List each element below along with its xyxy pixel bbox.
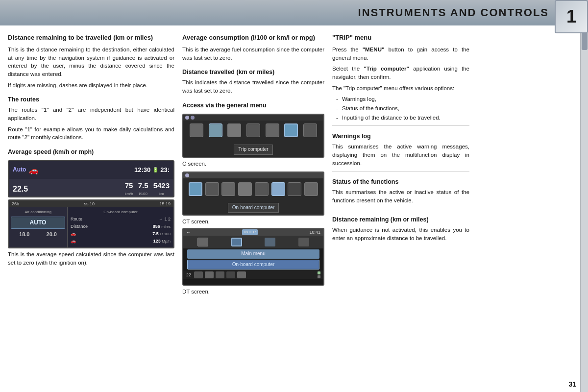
mid-column: Average consumption (l/100 or km/l or mp… — [182, 33, 324, 386]
section-dist-travelled-p1: This indicates the distance travelled si… — [182, 78, 324, 95]
ct-screen-caption: CT screen. — [182, 218, 324, 226]
header: INSTRUMENTS AND CONTROLS 1 — [0, 0, 588, 25]
trip-menu-list: Warnings log, Status of the functions, I… — [332, 95, 469, 122]
dt-obc-label: On-board computer — [187, 260, 319, 270]
chapter-badge: 1 — [555, 0, 588, 33]
section-routes-p2: Route "1" for example allows you to make… — [8, 125, 174, 142]
section-dist-remaining-p1: When guidance is not activated, this ena… — [332, 226, 469, 242]
speed-screen-1-bottom: 22.5 75 km/h 7.5 l/100 5423 k — [9, 179, 173, 197]
trip-computer-label: "Trip computer" — [364, 66, 409, 72]
section-trip-menu-title: "TRIP" menu — [332, 33, 469, 43]
section-dist-remaining-title: Distance remaining (km or miles) — [332, 215, 469, 224]
section-warnings-log-p1: This summarises the active warning messa… — [332, 143, 469, 167]
dt-menu-label: Main menu — [187, 249, 319, 259]
auto-label: Auto — [13, 166, 26, 174]
dt-screen-caption: DT screen. — [182, 288, 324, 296]
section-distance-remaining-p1: This is the distance remaining to the de… — [8, 46, 174, 78]
speed-screen-1: Auto 🚗 12:30 🔋 23: 22.5 75 — [8, 160, 174, 197]
c-screen-caption: C screen. — [182, 160, 324, 168]
divider-1 — [332, 125, 469, 126]
right-column: "TRIP" menu Press the "MENU" button to g… — [332, 33, 469, 386]
ct-screen-label: On-board computer — [228, 203, 279, 213]
time-display-2: 23: — [160, 166, 170, 175]
section-trip-menu-p2: Select the "Trip computer" application u… — [332, 65, 469, 81]
c-screen-label: Trip computer — [234, 145, 272, 155]
divider-3 — [332, 209, 469, 209]
section-avg-consumption-p1: This is the average fuel consumption sin… — [182, 46, 324, 62]
section-access-title: Access via the general menu — [182, 101, 324, 110]
ct-screen-image: On-board computer — [182, 172, 324, 216]
header-title: INSTRUMENTS AND CONTROLS — [358, 6, 549, 19]
val1: 22.5 — [13, 183, 28, 195]
section-distance-remaining-p2: If digits are missing, dashes are displa… — [8, 81, 174, 90]
section-warnings-log-title: Warnings log — [332, 132, 469, 141]
section-dist-travelled-title: Distance travelled (km or miles) — [182, 68, 324, 76]
divider-2 — [332, 171, 469, 172]
dt-screen-image: ← INTER 10:41 Main menu On-board compute… — [182, 228, 324, 286]
section-avg-consumption-title: Average consumption (l/100 or km/l or mp… — [182, 33, 324, 43]
section-distance-remaining-title: Distance remaining to be travelled (km o… — [8, 33, 174, 43]
columns: Distance remaining to be travelled (km o… — [0, 25, 580, 392]
section-avg-speed-title: Average speed (km/h or mph) — [8, 147, 174, 156]
scrollbar[interactable] — [580, 25, 588, 392]
section-status-functions-title: Status of the functions — [332, 177, 469, 186]
page-number: 31 — [568, 380, 576, 388]
section-trip-menu-p3: The "Trip computer" menu offers various … — [332, 84, 469, 93]
bullet-status: Status of the functions, — [336, 104, 469, 113]
bullet-warnings: Warnings log, — [336, 95, 469, 103]
left-column: Distance remaining to be travelled (km o… — [8, 33, 174, 386]
scrollbar-thumb[interactable] — [582, 30, 588, 50]
content-area: Distance remaining to be travelled (km o… — [0, 25, 588, 392]
speed-screen-2: 26b ss.10 15:19 Air conditioning AUTO 18… — [8, 199, 174, 248]
section-routes-title: The routes — [8, 95, 174, 104]
bullet-inputting: Inputting of the distance to be travelle… — [336, 114, 469, 122]
speed-screen-1-top: Auto 🚗 12:30 🔋 23: — [9, 161, 173, 179]
section-avg-speed-p1: This is the average speed calculated sin… — [8, 250, 174, 267]
section-routes-p1: The routes "1" and "2" are independent b… — [8, 106, 174, 122]
section-trip-menu-p1: Press the "MENU" button to gain access t… — [332, 46, 469, 62]
time-display-1: 12:30 — [134, 166, 150, 175]
c-screen-image: Trip computer — [182, 114, 324, 158]
menu-btn-label: "MENU" — [363, 47, 385, 52]
section-status-functions-p1: This summarises the active or inactive s… — [332, 188, 469, 204]
